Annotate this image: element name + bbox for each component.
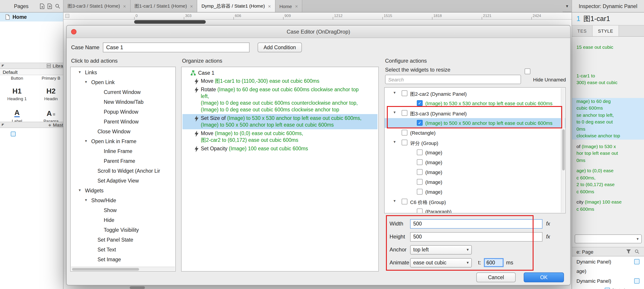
tab-overflow-chevron-icon[interactable]: ▾ [562,0,572,12]
tree-arrow-icon[interactable]: ▾ [85,198,87,202]
sidebar-item-home[interactable]: Home [0,12,63,22]
anchor-select[interactable]: top left ▾ [410,245,472,254]
case-root-node[interactable]: Case 1 [182,68,378,77]
widget-row[interactable]: ▾图3-car3 (Dynamic Panel) [384,108,565,118]
action-item[interactable]: Inline Frame [72,147,174,156]
widget-checkbox[interactable]: ✓ [417,120,422,126]
action-item[interactable]: Set Image [72,255,174,265]
tree-arrow-icon[interactable]: ▾ [79,70,81,74]
close-window-button[interactable] [71,29,76,34]
masters-panel-header[interactable]: ◤ ◆ Mast [0,122,63,128]
tree-arrow-icon[interactable]: ▾ [85,139,87,143]
widget-checkbox[interactable] [417,150,422,155]
inspector-tab[interactable]: TES [572,26,592,36]
widget-checkbox[interactable] [417,169,422,175]
library-item[interactable]: A≡Paragra [34,102,68,124]
action-item[interactable]: Parent Frame [72,156,174,166]
document-tab[interactable]: Home× [275,0,302,12]
libraries-panel-header[interactable]: ◤ Libra [0,63,63,69]
import-page-icon[interactable] [48,3,52,9]
search-outline-icon[interactable] [634,249,640,254]
scrollbar-thumb[interactable] [562,129,564,170]
action-item[interactable]: ▾Show/Hide [72,196,174,206]
organize-action[interactable]: Move 图1-car1 to (1100,-300) ease out cub… [182,77,378,86]
width-input[interactable] [410,219,542,228]
widget-checkbox[interactable] [417,189,422,194]
widget-row[interactable]: ▾C6 价格 (Group) [384,197,565,207]
widget-row[interactable]: (Image) [384,177,565,187]
tab-close-icon[interactable]: × [295,3,298,9]
hide-unnamed-checkbox[interactable] [524,68,530,74]
action-item[interactable]: ▾Widgets [72,186,174,196]
height-fx-button[interactable]: fx [546,234,550,239]
widget-checkbox[interactable] [402,110,408,116]
tab-close-icon[interactable]: × [190,3,193,9]
widget-checkbox[interactable] [417,179,422,185]
widget-row[interactable]: (Image) [384,148,565,158]
tree-arrow-icon[interactable]: ▾ [79,188,81,192]
library-item[interactable]: Primary B [34,75,68,82]
organize-action[interactable]: Move (Image) to (0,0) ease out cubic 600… [182,129,378,144]
tree-arrow-icon[interactable]: ▾ [394,140,396,144]
widget-checkbox[interactable] [402,199,408,204]
panel-corner-icon[interactable]: ◤ [2,64,4,68]
library-item[interactable]: H1Heading 1 [0,82,34,102]
widget-row[interactable]: (Image) [384,167,565,177]
widget-checkbox[interactable] [402,140,408,146]
action-item[interactable]: Popup Window [72,107,174,117]
document-tab[interactable]: 图1-car1 / State1 (Home)× [130,0,197,12]
widget-row[interactable]: ▾评分 (Group) [384,138,565,148]
document-tab[interactable]: Dymp_总容器 / State1 (Home)× [198,0,275,12]
widget-row[interactable]: (Image) [384,158,565,167]
action-item[interactable]: Parent Window [72,117,174,127]
outline-row[interactable]: age) [572,266,644,276]
outline-row[interactable]: ▾State1 [572,286,644,289]
tree-arrow-icon[interactable]: ▾ [394,110,396,114]
duration-input[interactable] [484,258,503,267]
widget-row[interactable]: (Rectangle) [384,128,565,138]
action-item[interactable]: ▾Open Link in Frame [72,137,174,147]
action-item[interactable]: ▾Links [72,68,174,78]
widget-checkbox[interactable]: ✓ [417,100,422,106]
actions-horizontal-scrollbar[interactable] [71,267,175,271]
tree-arrow-icon[interactable]: ▾ [394,91,396,95]
height-input[interactable] [410,232,542,241]
organize-action[interactable]: Set Size of (Image) to 530 x 530 anchor … [182,114,378,129]
action-item[interactable]: Set Panel State [72,235,174,245]
canvas-scrollbar-fragment[interactable] [130,286,145,289]
master-item-icon[interactable] [11,132,16,136]
action-item[interactable]: Hide [72,216,174,226]
widget-tree-scrollbar[interactable] [561,88,565,212]
outline-row[interactable]: Dynamic Panel) [572,276,644,286]
tree-arrow-icon[interactable]: ▾ [85,80,87,84]
tab-close-icon[interactable]: × [268,3,271,9]
action-item[interactable]: Close Window [72,127,174,137]
action-item[interactable]: Scroll to Widget (Anchor Lir [72,166,174,176]
action-item[interactable]: Set Text [72,245,174,255]
inspector-tab[interactable]: STYLE [592,26,619,36]
library-item[interactable]: ALabel [0,102,34,124]
tab-close-icon[interactable]: × [123,3,126,9]
filter-icon[interactable] [626,249,631,254]
widget-row[interactable]: (Image) [384,187,565,197]
widget-checkbox[interactable] [417,159,422,165]
width-fx-button[interactable]: fx [546,221,550,226]
outline-row[interactable]: Dynamic Panel) [572,257,644,266]
widget-row[interactable]: ✓(Image) to 530 x 530 anchor top left ea… [384,98,565,108]
action-item[interactable]: Show [72,206,174,216]
style-dropdown[interactable]: ▾ [575,234,642,243]
library-item[interactable]: H2Headin [34,82,68,102]
widget-row[interactable]: (Paragraph) [384,207,565,214]
widget-checkbox[interactable] [402,130,408,136]
widget-row[interactable]: ▾图2-car2 (Dynamic Panel) [384,88,565,98]
panel-corner-icon[interactable]: ◤ [2,123,4,126]
ok-button[interactable]: OK [524,272,564,282]
widget-search-input[interactable] [385,75,521,84]
canvas-scrollbar-thumb[interactable] [134,20,206,24]
tree-arrow-icon[interactable]: ▾ [394,199,396,203]
widget-checkbox[interactable] [402,90,408,96]
library-item[interactable]: Button [0,75,34,82]
dialog-titlebar[interactable]: Case Editor (OnDragDrop) [67,26,570,38]
action-item[interactable]: Set Adaptive View [72,176,174,186]
search-pages-icon[interactable] [55,3,60,9]
